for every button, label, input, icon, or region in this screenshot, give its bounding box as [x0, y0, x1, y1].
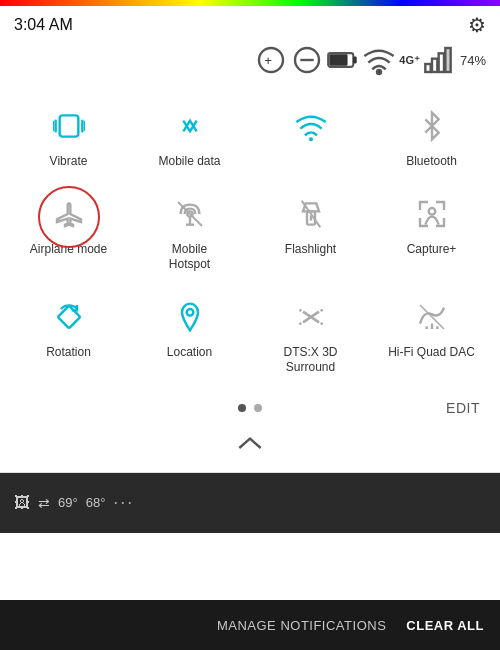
- capture-plus-icon-container: [410, 192, 454, 236]
- flashlight-label: Flashlight: [285, 242, 336, 258]
- lte-icon: 4G⁺: [399, 54, 420, 67]
- bottom-bar: MANAGE NOTIFICATIONS CLEAR ALL: [0, 600, 500, 650]
- location-label: Location: [167, 345, 212, 361]
- location-icon: [174, 301, 206, 333]
- svg-point-30: [299, 309, 302, 312]
- mobile-data-icon: [174, 110, 206, 142]
- temp2-text: 68°: [86, 495, 106, 510]
- location-icon-container: [168, 295, 212, 339]
- qs-tile-mobile-data[interactable]: Mobile data: [129, 92, 250, 180]
- more-dots: ···: [113, 492, 134, 513]
- minus-circle-icon: [291, 44, 323, 76]
- qs-tile-rotation[interactable]: Rotation: [8, 283, 129, 386]
- svg-point-25: [428, 208, 435, 215]
- flashlight-icon-container: [289, 192, 333, 236]
- hotspot-label: Mobile Hotspot: [169, 242, 210, 273]
- quick-settings-grid: Vibrate Mobile data: [0, 82, 500, 390]
- svg-rect-9: [432, 59, 437, 72]
- pagination-row: EDIT: [0, 390, 500, 418]
- qs-tile-hotspot[interactable]: Mobile Hotspot: [129, 180, 250, 283]
- status-time: 3:04 AM: [14, 16, 73, 34]
- qs-tile-dts[interactable]: DTS:X 3D Surround: [250, 283, 371, 386]
- notification-area: 🖼 ⇄ 69° 68° ···: [0, 473, 500, 533]
- pagination-dot-2[interactable]: [254, 404, 262, 412]
- svg-rect-11: [445, 48, 450, 72]
- mobile-data-icon-container: [168, 104, 212, 148]
- wifi-qs-icon: [295, 110, 327, 142]
- svg-rect-6: [330, 54, 348, 65]
- qs-tile-hifi-dac[interactable]: Hi-Fi Quad DAC: [371, 283, 492, 386]
- settings-icon[interactable]: ⚙: [468, 13, 486, 37]
- mobile-data-label: Mobile data: [158, 154, 220, 170]
- manage-notifications-button[interactable]: MANAGE NOTIFICATIONS: [217, 618, 386, 633]
- collapse-icon: [234, 428, 266, 460]
- svg-rect-8: [425, 64, 430, 72]
- hifi-icon: [416, 301, 448, 333]
- airplane-circle-highlight: [38, 186, 100, 248]
- expand-handle[interactable]: [0, 418, 500, 472]
- dts-icon: [295, 301, 327, 333]
- signal-bars-icon: [424, 44, 456, 76]
- rotation-icon: [53, 301, 85, 333]
- hifi-icon-container: [410, 295, 454, 339]
- arrows-icon: ⇄: [38, 495, 50, 511]
- svg-point-32: [299, 322, 302, 325]
- edit-button[interactable]: EDIT: [446, 400, 480, 416]
- photo-icon: 🖼: [14, 494, 30, 512]
- bluetooth-label: Bluetooth: [406, 154, 457, 170]
- svg-point-17: [309, 137, 313, 141]
- svg-rect-12: [59, 115, 78, 136]
- dts-label: DTS:X 3D Surround: [283, 345, 337, 376]
- qs-tile-vibrate[interactable]: Vibrate: [8, 92, 129, 180]
- dts-icon-container: [289, 295, 333, 339]
- flashlight-icon: [295, 198, 327, 230]
- wifi-icon-container: [289, 104, 333, 148]
- qs-tile-location[interactable]: Location: [129, 283, 250, 386]
- svg-point-33: [320, 322, 323, 325]
- svg-rect-5: [354, 57, 357, 64]
- hotspot-icon-container: [168, 192, 212, 236]
- qs-tile-wifi[interactable]: [250, 92, 371, 180]
- qs-tile-bluetooth[interactable]: Bluetooth: [371, 92, 492, 180]
- vibrate-icon: [53, 110, 85, 142]
- clear-all-button[interactable]: CLEAR ALL: [406, 618, 484, 633]
- vibrate-label: Vibrate: [50, 154, 88, 170]
- hotspot-icon: [174, 198, 206, 230]
- svg-point-7: [377, 70, 381, 74]
- wifi-status-icon: [363, 44, 395, 76]
- svg-point-27: [186, 309, 193, 316]
- qs-tile-airplane-mode[interactable]: Airplane mode: [8, 180, 129, 283]
- hifi-dac-label: Hi-Fi Quad DAC: [388, 345, 475, 361]
- bluetooth-icon-container: [410, 104, 454, 148]
- capture-plus-icon: [416, 198, 448, 230]
- battery-percent: 74%: [460, 53, 486, 68]
- svg-text:+: +: [265, 53, 273, 68]
- status-icons-row: + 4G⁺ 74%: [0, 42, 500, 82]
- rotation-icon-container: [47, 295, 91, 339]
- qs-tile-flashlight[interactable]: Flashlight: [250, 180, 371, 283]
- svg-rect-10: [439, 53, 444, 72]
- status-bar: 3:04 AM ⚙: [0, 6, 500, 42]
- brightness-icon: +: [255, 44, 287, 76]
- svg-point-31: [320, 309, 323, 312]
- temp-text: 69°: [58, 495, 78, 510]
- bluetooth-icon: [416, 110, 448, 142]
- pagination-dot-1[interactable]: [238, 404, 246, 412]
- notification-content: 🖼 ⇄ 69° 68° ···: [14, 492, 134, 513]
- capture-plus-label: Capture+: [407, 242, 457, 258]
- vibrate-icon-container: [47, 104, 91, 148]
- battery-icon: [327, 44, 359, 76]
- qs-tile-capture-plus[interactable]: Capture+: [371, 180, 492, 283]
- rotation-label: Rotation: [46, 345, 91, 361]
